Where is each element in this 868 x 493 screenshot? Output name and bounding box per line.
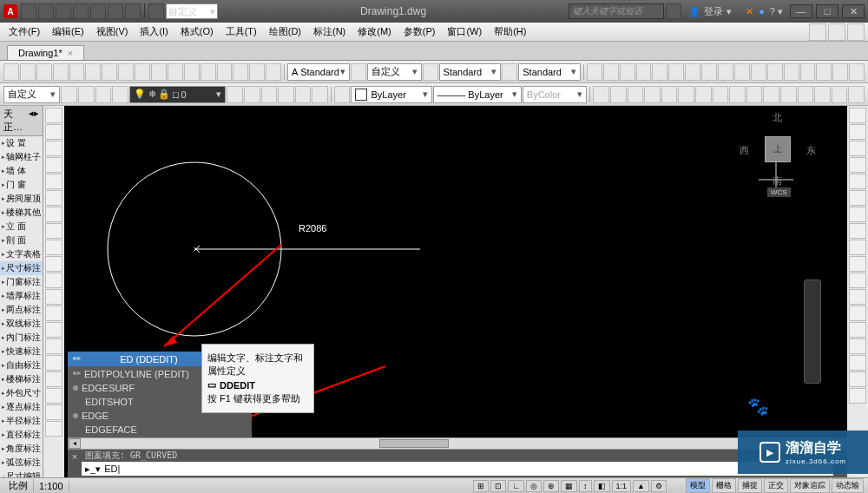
panel-item[interactable]: 墙厚标注 [0,289,43,303]
qat-print-icon[interactable] [90,3,106,19]
panel-item[interactable]: 立 面 [0,220,43,233]
menu-window[interactable]: 窗口(W) [442,23,487,40]
tool-icon[interactable] [593,86,609,103]
tool-icon[interactable] [620,63,635,81]
draw-tool-icon[interactable] [45,306,62,321]
tab-close-icon[interactable]: × [68,48,73,58]
tool-icon[interactable] [798,86,814,103]
panel-item[interactable]: 楼梯其他 [0,206,43,220]
menu-tools[interactable]: 工具(T) [220,23,262,40]
tool-icon[interactable] [628,86,644,103]
tool-icon[interactable] [249,63,265,81]
menu-modify[interactable]: 修改(M) [352,23,397,40]
tool-icon[interactable] [69,63,85,81]
navigation-bar[interactable] [804,279,821,384]
modify-tool-icon[interactable] [849,190,866,206]
draw-tool-icon[interactable] [45,256,62,272]
panel-item[interactable]: 房间屋顶 [0,192,43,206]
panel-item[interactable]: 门 窗 [0,178,43,192]
menu-edit[interactable]: 编辑(E) [47,23,89,40]
dimstyle-dropdown[interactable]: 自定义▾ [367,63,422,81]
draw-tool-icon[interactable] [45,190,62,206]
menu-format[interactable]: 格式(O) [175,23,219,40]
status-ortho[interactable]: 正交 [764,478,788,493]
viewcube-top[interactable]: 上 [765,136,791,162]
panel-item[interactable]: 内门标注 [0,331,43,345]
qat-extra-icon[interactable] [148,3,164,19]
canvas-scrollbar-h[interactable]: ◂ ▸ [68,437,847,450]
panel-item[interactable]: 尺寸编辑 [0,470,43,477]
tool-icon[interactable] [685,63,700,81]
status-toggle[interactable]: ▦ [561,480,577,492]
modify-tool-icon[interactable] [849,207,866,222]
mlstyle-dropdown[interactable]: Standard▾ [518,63,581,81]
tool-icon[interactable] [53,63,69,81]
panel-item[interactable]: 尺寸标注 [0,261,43,275]
panel-item[interactable]: 文字表格 [0,247,43,261]
qat-redo-icon[interactable] [125,3,141,19]
panel-item[interactable]: 剖 面 [0,233,43,247]
textstyle-dropdown[interactable]: A Standard▾ [287,63,350,81]
tool-icon[interactable] [734,63,750,81]
tool-icon[interactable] [644,86,661,103]
status-toggle[interactable]: ∟ [508,480,524,492]
panel-item[interactable]: 轴网柱子 [0,150,43,164]
modify-tool-icon[interactable] [849,256,866,272]
modify-tool-icon[interactable] [849,174,866,189]
draw-tool-icon[interactable] [45,273,62,288]
panel-item[interactable]: 门窗标注 [0,275,43,289]
panel-item[interactable]: 直径标注 [0,428,43,442]
panel-item[interactable]: 设 置 [0,136,43,150]
custom-dropdown[interactable]: 自定义▾ [3,86,60,103]
tool-icon[interactable] [849,63,865,81]
help-search-input[interactable]: 键入关键字或短语 [569,3,664,19]
qat-open-icon[interactable] [38,3,54,19]
panel-item[interactable]: 外包尺寸 [0,386,43,400]
status-toggle[interactable]: ⊡ [490,480,506,492]
panel-item[interactable]: 弧弦标注 [0,456,43,470]
doc-restore-icon[interactable] [828,23,845,41]
tool-icon[interactable] [78,86,95,103]
status-scale-value[interactable]: 1:100 [34,481,69,491]
tool-icon[interactable] [746,86,763,103]
draw-tool-icon[interactable] [45,421,62,437]
menu-param[interactable]: 参数(P) [398,23,441,40]
draw-tool-icon[interactable] [45,289,62,305]
app-logo[interactable]: A [3,4,17,18]
tool-icon[interactable] [587,63,602,81]
tool-icon[interactable] [261,86,278,103]
modify-tool-icon[interactable] [849,157,866,173]
panel-header[interactable]: 天正…◂▸ [0,106,43,136]
tool-icon[interactable] [295,86,312,103]
draw-tool-icon[interactable] [45,371,62,387]
menu-view[interactable]: 视图(V) [91,23,134,40]
status-toggle[interactable]: ◎ [526,480,542,492]
doc-minimize-icon[interactable] [809,23,826,41]
tool-icon[interactable] [816,63,832,81]
tool-icon[interactable] [729,86,746,103]
tool-icon[interactable] [848,86,865,103]
tool-icon[interactable] [102,63,117,81]
draw-tool-icon[interactable] [45,108,62,123]
qat-undo-icon[interactable] [108,3,123,19]
modify-tool-icon[interactable] [849,223,866,239]
tool-icon[interactable] [61,86,77,103]
status-grid[interactable]: 栅格 [712,478,736,493]
tab-drawing1[interactable]: Drawing1*× [7,45,84,60]
color-dropdown[interactable]: ByLayer▾ [351,86,431,103]
status-scale-1-1[interactable]: 1:1 [612,480,632,492]
draw-tool-icon[interactable] [45,339,62,354]
modify-tool-icon[interactable] [849,371,866,387]
draw-tool-icon[interactable] [45,141,62,156]
minimize-button[interactable]: — [790,4,812,18]
tool-icon[interactable] [135,63,150,81]
panel-item[interactable]: 角度标注 [0,442,43,456]
draw-tool-icon[interactable] [45,404,62,420]
tool-icon[interactable] [266,63,281,81]
tool-icon[interactable] [233,63,248,81]
modify-tool-icon[interactable] [849,141,866,156]
menu-help[interactable]: 帮助(H) [489,23,531,40]
tool-icon[interactable] [244,86,260,103]
tool-icon[interactable] [767,63,783,81]
tool-icon[interactable] [784,63,799,81]
